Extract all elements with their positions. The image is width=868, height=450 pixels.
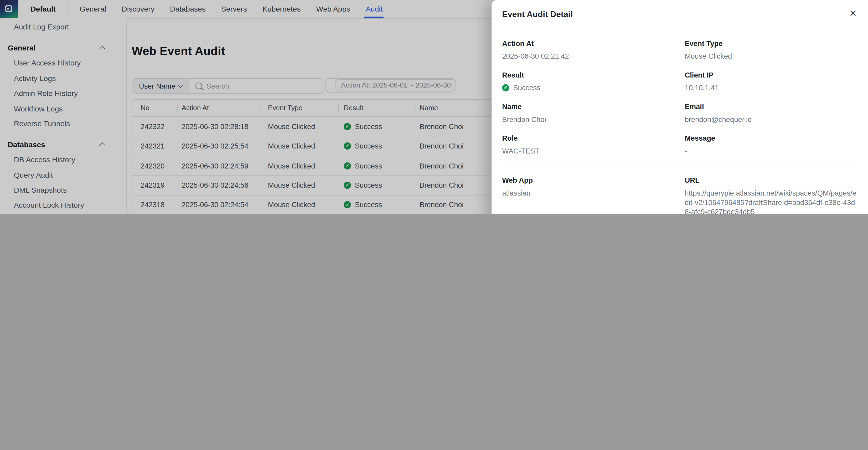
field-label: Name	[502, 102, 685, 111]
field-value: https://querypie.atlassian.net/wiki/spac…	[685, 188, 857, 213]
field-value: ✓Success	[502, 83, 685, 92]
panel-field-result: Result✓Success	[502, 71, 685, 92]
field-value: WAC-TEST	[502, 146, 685, 156]
panel-field-client-ip: Client IP10.10.1.41	[685, 71, 857, 92]
panel-field-row: Action At2025-06-30 02:21:42Event TypeMo…	[502, 39, 857, 61]
field-value: 2025-06-30 02:21:42	[502, 52, 685, 61]
field-label: Email	[685, 102, 857, 111]
close-icon[interactable]: ✕	[847, 7, 859, 19]
field-label: Action At	[502, 39, 685, 48]
panel-fields: Action At2025-06-30 02:21:42Event TypeMo…	[502, 39, 857, 214]
field-value: Mouse Clicked	[685, 52, 857, 61]
panel-field-name: NameBrendon Choi	[502, 102, 685, 124]
panel-field-url: URLhttps://querypie.atlassian.net/wiki/s…	[685, 176, 857, 213]
field-label: Role	[502, 134, 685, 143]
field-value: atlassian	[502, 188, 685, 198]
field-label: Result	[502, 71, 685, 79]
field-label: URL	[685, 176, 857, 184]
panel-field-row: Web AppatlassianURLhttps://querypie.atla…	[502, 176, 857, 213]
panel-field-row: Result✓SuccessClient IP10.10.1.41	[502, 71, 857, 92]
app-window: Default GeneralDiscoveryDatabasesServers…	[0, 0, 868, 214]
panel-field-row: NameBrendon ChoiEmailbrendon@chequer.io	[502, 102, 857, 124]
field-label: Event Type	[685, 39, 857, 48]
field-value: Brendon Choi	[502, 115, 685, 124]
panel-field-row: RoleWAC-TESTMessage-	[502, 134, 857, 156]
panel-divider	[502, 166, 857, 166]
panel-field-event-type: Event TypeMouse Clicked	[685, 39, 857, 61]
event-audit-detail-panel: Event Audit Detail ✕ Action At2025-06-30…	[492, 0, 868, 214]
field-label: Message	[685, 134, 857, 143]
panel-title: Event Audit Detail	[502, 9, 857, 19]
field-value: -	[685, 146, 857, 156]
field-value: 10.10.1.41	[685, 83, 857, 92]
panel-field-web-app: Web Appatlassian	[502, 176, 685, 213]
success-check-icon: ✓	[502, 84, 509, 91]
panel-field-email: Emailbrendon@chequer.io	[685, 102, 857, 124]
panel-field-message: Message-	[685, 134, 857, 156]
panel-field-role: RoleWAC-TEST	[502, 134, 685, 156]
field-value-text: Success	[513, 83, 540, 92]
field-label: Web App	[502, 176, 685, 184]
field-label: Client IP	[685, 71, 857, 79]
panel-field-action-at: Action At2025-06-30 02:21:42	[502, 39, 685, 61]
field-value: brendon@chequer.io	[685, 115, 857, 124]
